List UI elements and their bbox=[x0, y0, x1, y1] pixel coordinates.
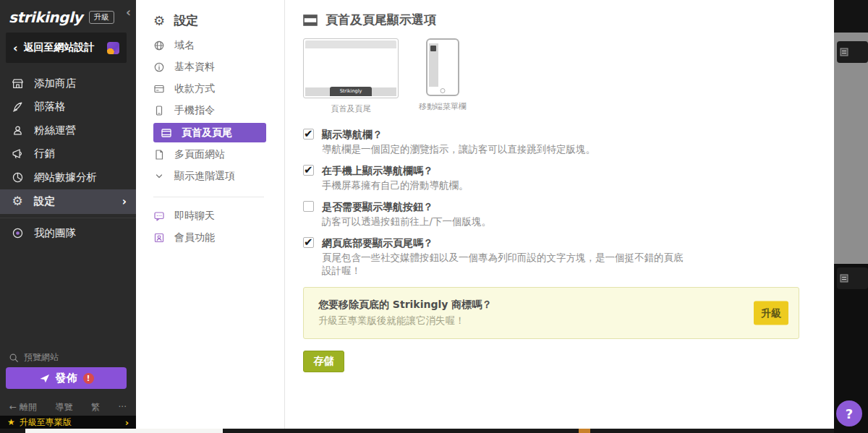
strikingly-settings-screen: strikingly 升級 ‹ ‹ 返回至網站設計 添加商店 部落格 bbox=[0, 0, 868, 433]
banner-title: 您要移除頁底的 Strikingly 商標嗎？ bbox=[318, 299, 784, 312]
sidebar-item-label: 添加商店 bbox=[34, 77, 76, 90]
upgrade-button[interactable]: 升級 bbox=[754, 301, 788, 325]
sidebar-item-label: 設定 bbox=[34, 194, 55, 208]
alert-badge: ! bbox=[83, 373, 94, 384]
settings-item-label: 多頁面網站 bbox=[174, 148, 225, 161]
mobile-preview-image bbox=[426, 38, 459, 96]
section-menu-button-partial[interactable] bbox=[837, 267, 868, 289]
option-title: 網頁底部要顯示頁尾嗎？ bbox=[322, 237, 684, 249]
sidebar-item-my-team[interactable]: 我的團隊 bbox=[0, 222, 136, 246]
page-title-row: 頁首及頁尾顯示選項 bbox=[303, 12, 834, 28]
paper-plane-icon bbox=[39, 373, 50, 384]
desktop-preview: Strikingly 頁首及頁尾 bbox=[303, 38, 399, 114]
sidebar-item-label: 部落格 bbox=[34, 100, 66, 113]
megaphone-icon bbox=[10, 147, 25, 160]
sidebar-item-fans[interactable]: 粉絲運營 bbox=[0, 119, 136, 142]
chat-icon bbox=[153, 210, 165, 222]
mobile-preview-caption: 移動端菜單欄 bbox=[419, 101, 467, 112]
section-grid-icon bbox=[840, 274, 848, 283]
option-description: 頁尾包含一些社交媒體按鈕以及一個專為列印而設的文字方塊，是一個挺不錯的頁底設計喔… bbox=[322, 251, 684, 277]
collapse-sidebar-icon[interactable]: ‹ bbox=[126, 5, 131, 20]
settings-item-label: 頁首及頁尾 bbox=[182, 127, 232, 140]
leave-link[interactable]: ← 離開 bbox=[9, 401, 37, 413]
upgrade-to-pro-bar[interactable]: ★ 升級至專業版 › bbox=[0, 416, 136, 429]
settings-item-live-chat[interactable]: 即時聊天 bbox=[153, 205, 284, 227]
strikingly-brand-tab: Strikingly bbox=[330, 87, 372, 96]
settings-item-label: 即時聊天 bbox=[174, 210, 215, 223]
editor-background-column: ? bbox=[834, 0, 868, 433]
tour-link[interactable]: 導覽 bbox=[55, 401, 72, 413]
settings-menu-panel: ⚙ 設定 域名 基本資料 收款方式 手機指令 頁首及頁尾 多頁面網站 bbox=[136, 0, 285, 429]
show-navbar-mobile-checkbox[interactable] bbox=[303, 165, 314, 176]
option-title: 在手機上顯示導航欄嗎？ bbox=[322, 165, 469, 176]
member-icon bbox=[153, 232, 165, 244]
upgrade-bar-label: 升級至專業版 bbox=[20, 416, 72, 429]
section-menu-button-partial[interactable] bbox=[837, 41, 868, 63]
option-title: 顯示導航欄？ bbox=[322, 129, 595, 140]
mobile-preview: 移動端菜單欄 bbox=[419, 38, 467, 112]
team-icon bbox=[10, 227, 25, 239]
chevron-right-icon: › bbox=[122, 195, 127, 208]
desktop-header-bar bbox=[305, 40, 396, 48]
more-options-icon[interactable]: ··· bbox=[119, 402, 127, 412]
mobile-menu-square bbox=[430, 46, 436, 51]
sidebar-item-label: 網站數據分析 bbox=[34, 171, 97, 184]
sidebar-item-analytics[interactable]: 網站數據分析 bbox=[0, 166, 136, 189]
settings-item-payment[interactable]: 收款方式 bbox=[153, 78, 284, 100]
upgrade-badge[interactable]: 升級 bbox=[89, 11, 114, 24]
sidebar-item-label: 我的團隊 bbox=[34, 226, 76, 240]
settings-item-multipage[interactable]: 多頁面網站 bbox=[153, 144, 284, 166]
settings-item-header-footer-active[interactable]: 頁首及頁尾 bbox=[153, 123, 266, 142]
show-footer-checkbox[interactable] bbox=[303, 237, 314, 248]
settings-item-label: 基本資料 bbox=[174, 61, 215, 74]
settings-item-label: 顯示進階選項 bbox=[174, 170, 235, 183]
show-nav-buttons-checkbox[interactable] bbox=[303, 201, 314, 212]
settings-item-membership[interactable]: 會員功能 bbox=[153, 227, 284, 249]
editor-page-fragment bbox=[834, 33, 868, 264]
settings-item-label: 會員功能 bbox=[174, 231, 215, 244]
sidebar-item-label: 行銷 bbox=[34, 147, 55, 160]
show-navbar-checkbox[interactable] bbox=[303, 129, 314, 140]
help-button[interactable]: ? bbox=[836, 400, 862, 426]
settings-item-show-advanced[interactable]: 顯示進階選項 bbox=[153, 166, 284, 187]
settings-menu-header: ⚙ 設定 bbox=[153, 12, 284, 29]
fans-person-icon bbox=[10, 124, 25, 137]
chevron-left-icon: ‹ bbox=[13, 41, 18, 55]
settings-item-basic-info[interactable]: 基本資料 bbox=[153, 56, 284, 78]
desktop-preview-caption: 頁首及頁尾 bbox=[303, 103, 399, 114]
globe-icon bbox=[153, 40, 165, 51]
header-footer-icon bbox=[161, 127, 172, 139]
settings-item-label: 域名 bbox=[174, 39, 195, 52]
blog-pen-icon bbox=[10, 100, 25, 113]
option-description: 訪客可以透過按鈕前往上/下一個版塊。 bbox=[322, 215, 491, 228]
settings-item-mobile-actions[interactable]: 手機指令 bbox=[153, 100, 284, 121]
editor-top-bar-fragment bbox=[834, 0, 868, 33]
settings-item-domain[interactable]: 域名 bbox=[153, 35, 284, 56]
header-footer-options-icon bbox=[303, 14, 318, 26]
settings-menu-divider bbox=[153, 197, 264, 197]
sidebar-item-settings[interactable]: ⚙ 設定 › bbox=[0, 189, 136, 214]
sidebar-item-marketing[interactable]: 行銷 bbox=[0, 142, 136, 166]
publish-label: 發佈 bbox=[56, 372, 77, 385]
main-content: 頁首及頁尾顯示選項 Strikingly 頁首及頁尾 移動端菜單欄 bbox=[285, 0, 834, 429]
publish-button[interactable]: 發佈 ! bbox=[6, 367, 127, 389]
sidebar-footer: ← 離開 導覽 繁 ··· bbox=[0, 400, 136, 413]
back-label: 返回至網站設計 bbox=[24, 41, 95, 54]
save-button[interactable]: 存儲 bbox=[303, 351, 344, 372]
language-link[interactable]: 繁 bbox=[91, 401, 100, 413]
desktop-preview-image: Strikingly bbox=[303, 38, 399, 98]
settings-item-label: 手機指令 bbox=[174, 104, 215, 117]
sidebar-item-label: 粉絲運營 bbox=[34, 124, 76, 137]
analytics-pie-icon bbox=[10, 171, 25, 184]
sidebar-item-blog[interactable]: 部落格 bbox=[0, 95, 136, 119]
info-icon bbox=[153, 61, 165, 73]
option-show-navbar-mobile: 在手機上顯示導航欄嗎？ 手機屏幕擁有自己的滑動導航欄。 bbox=[303, 165, 834, 192]
sidebar-menu: 添加商店 部落格 粉絲運營 行銷 bbox=[0, 72, 136, 245]
star-icon: ★ bbox=[7, 417, 15, 427]
preview-site-button[interactable]: 預覽網站 bbox=[9, 351, 59, 364]
back-to-site-design-button[interactable]: ‹ 返回至網站設計 bbox=[6, 33, 127, 63]
sidebar-item-add-store[interactable]: 添加商店 bbox=[0, 72, 136, 95]
chevron-right-icon: › bbox=[125, 417, 129, 428]
chevron-down-icon bbox=[153, 171, 165, 182]
phone-home-button bbox=[441, 88, 446, 93]
